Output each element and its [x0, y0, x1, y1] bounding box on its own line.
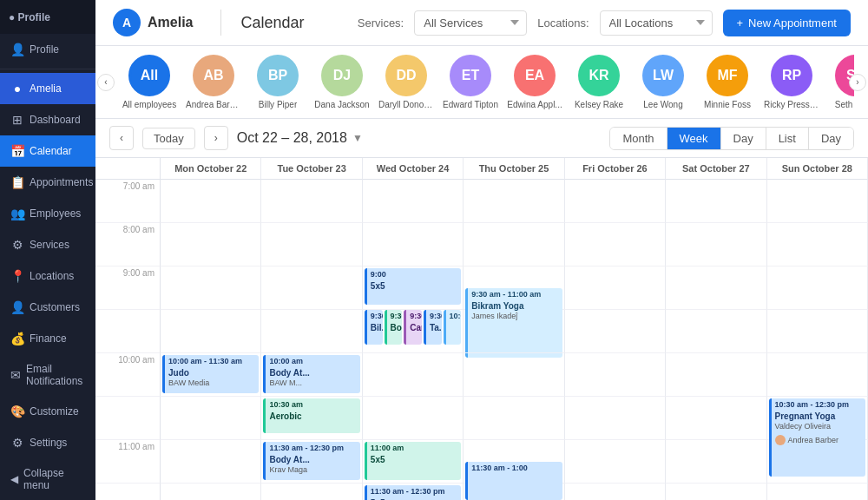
cell-thu-800[interactable]	[464, 223, 564, 266]
event-wed-1130[interactable]: 11:30 am - 12:30 pm 5x5 Group b...	[365, 485, 461, 500]
cell-thu-1100[interactable]: 11:30 am - 1:00	[464, 440, 564, 484]
event-wed-900[interactable]: 9:00 5x5	[365, 268, 461, 305]
cell-tue-900[interactable]	[261, 266, 362, 310]
sidebar-item-calendar[interactable]: 📅 Calendar	[0, 135, 95, 167]
employee-ricky[interactable]: RP Ricky Pressley	[766, 55, 818, 109]
cell-sun-1100[interactable]	[767, 440, 868, 484]
cell-mon-800[interactable]	[161, 223, 261, 266]
employee-all[interactable]: All All employees	[123, 55, 175, 109]
scroll-left-button[interactable]: ‹	[97, 74, 115, 91]
employee-edwina[interactable]: EA Edwina Appl...	[509, 55, 561, 109]
cell-fri-700[interactable]	[565, 180, 666, 223]
event-wed-930d[interactable]: 9:30 Ta...	[424, 310, 442, 345]
next-week-button[interactable]: ›	[204, 126, 228, 150]
event-mon-1000[interactable]: 10:00 am - 11:30 am Judo BAW Media	[162, 355, 259, 393]
cell-thu-700[interactable]	[464, 180, 564, 223]
cell-fri-900[interactable]	[565, 266, 666, 310]
cell-tue-1030[interactable]: 10:30 am Aerobic	[261, 397, 362, 440]
sidebar-item-email[interactable]: ✉ Email Notifications	[0, 354, 95, 396]
cell-wed-1130[interactable]: 11:30 am - 12:30 pm 5x5 Group b...	[363, 484, 464, 500]
cell-tue-1100[interactable]: 11:30 am - 12:30 pm Body At... Krav Maga	[261, 440, 362, 484]
sidebar-item-profile[interactable]: 👤 Profile	[0, 34, 95, 65]
cell-sat-1100[interactable]	[666, 440, 766, 484]
cell-sun-1030[interactable]: 10:30 am - 12:30 pm Pregnant Yoga Valdec…	[767, 397, 868, 440]
cell-wed-1100[interactable]: 11:00 am 5x5	[363, 440, 464, 484]
cell-sat-1130[interactable]	[666, 484, 766, 500]
cell-fri-1000[interactable]	[565, 353, 666, 397]
cell-thu-1030[interactable]	[464, 397, 564, 440]
sidebar-item-customize[interactable]: 🎨 Customize	[0, 396, 95, 427]
cell-sat-900[interactable]	[666, 266, 766, 310]
event-wed-1100[interactable]: 11:00 am 5x5	[365, 442, 461, 480]
cell-wed-800[interactable]	[363, 223, 464, 266]
cell-mon-1100[interactable]	[161, 440, 261, 484]
new-appointment-button[interactable]: + New Appointment	[723, 10, 852, 36]
employee-minnie[interactable]: MF Minnie Foss	[701, 55, 753, 109]
view-list-button[interactable]: List	[766, 128, 809, 149]
cell-mon-1130[interactable]	[161, 484, 261, 500]
cell-sat-1030[interactable]	[666, 397, 766, 440]
cell-fri-930[interactable]	[565, 310, 666, 353]
cell-fri-1100[interactable]	[565, 440, 666, 484]
cell-wed-900[interactable]: 9:00 5x5	[363, 266, 464, 310]
event-wed-930b[interactable]: 9:30 Bo...	[385, 310, 403, 345]
cell-sun-800[interactable]	[767, 223, 868, 266]
date-dropdown-icon[interactable]: ▼	[352, 132, 363, 144]
view-day-button[interactable]: Day	[721, 128, 766, 149]
sidebar-item-settings[interactable]: ⚙ Settings	[0, 427, 95, 458]
cell-wed-930[interactable]: 9:30 Bil... 9:30 Bo... 9:30 Car... 9:30 …	[363, 310, 464, 353]
employee-dana[interactable]: DJ Dana Jackson	[316, 55, 368, 109]
cell-tue-700[interactable]	[261, 180, 362, 223]
sidebar-item-services[interactable]: ⚙ Services	[0, 229, 95, 260]
today-button[interactable]: Today	[142, 128, 195, 149]
prev-week-button[interactable]: ‹	[109, 126, 134, 150]
event-tue-1000[interactable]: 10:00 am Body At... BAW M...	[263, 355, 359, 393]
cell-sun-700[interactable]	[767, 180, 868, 223]
cell-tue-1130[interactable]	[261, 484, 362, 500]
cell-thu-900[interactable]: 9:30 am - 11:00 am Bikram Yoga James Ika…	[464, 266, 564, 310]
locations-select[interactable]: All Locations	[600, 10, 713, 36]
cell-thu-1000[interactable]	[464, 353, 564, 397]
cell-sun-1130[interactable]	[767, 484, 868, 500]
cell-sat-700[interactable]	[666, 180, 766, 223]
sidebar-item-appointments[interactable]: 📋 Appointments	[0, 167, 95, 198]
cell-sun-900[interactable]	[767, 266, 868, 310]
cell-tue-800[interactable]	[261, 223, 362, 266]
cell-fri-800[interactable]	[565, 223, 666, 266]
scroll-right-button[interactable]: ›	[849, 74, 866, 91]
sidebar-item-customers[interactable]: 👤 Customers	[0, 292, 95, 323]
employee-andrea[interactable]: AB Andrea Barber	[187, 55, 240, 109]
employee-lee[interactable]: LW Lee Wong	[637, 55, 689, 109]
employee-edward[interactable]: ET Edward Tipton	[444, 55, 496, 109]
event-tue-1030[interactable]: 10:30 am Aerobic	[263, 398, 359, 433]
services-select[interactable]: All Services	[414, 10, 527, 36]
view-day2-button[interactable]: Day	[809, 128, 853, 149]
cell-wed-1000[interactable]	[363, 353, 464, 397]
event-wed-930a[interactable]: 9:30 Bil...	[365, 310, 383, 345]
employee-billy[interactable]: BP Billy Piper	[252, 55, 304, 109]
cell-sun-930[interactable]	[767, 310, 868, 353]
cell-fri-1130[interactable]	[565, 484, 666, 500]
employee-kelsey[interactable]: KR Kelsey Rake	[573, 55, 625, 109]
cell-wed-700[interactable]	[363, 180, 464, 223]
collapse-menu-button[interactable]: ◀ Collapse menu	[0, 458, 95, 500]
view-month-button[interactable]: Month	[610, 128, 667, 149]
cell-mon-1000[interactable]: 10:00 am - 11:30 am Judo BAW Media	[161, 353, 261, 397]
cell-sat-1000[interactable]	[666, 353, 766, 397]
cell-mon-700[interactable]	[161, 180, 261, 223]
event-wed-930e[interactable]: 10:0	[444, 310, 462, 345]
view-week-button[interactable]: Week	[667, 128, 721, 149]
employee-daryl[interactable]: DD Daryll Donov...	[380, 55, 432, 109]
sidebar-item-amelia[interactable]: ● Amelia	[0, 73, 95, 104]
event-wed-930c[interactable]: 9:30 Car...	[404, 310, 422, 345]
cell-sun-1000[interactable]	[767, 353, 868, 397]
cell-mon-900[interactable]	[161, 266, 261, 310]
cell-wed-1030[interactable]	[363, 397, 464, 440]
cell-mon-1030[interactable]	[161, 397, 261, 440]
cell-sat-800[interactable]	[666, 223, 766, 266]
cell-mon-930[interactable]	[161, 310, 261, 353]
cell-tue-930[interactable]	[261, 310, 362, 353]
cell-thu-930[interactable]	[464, 310, 564, 353]
sidebar-item-finance[interactable]: 💰 Finance	[0, 323, 95, 354]
cell-tue-1000[interactable]: 10:00 am Body At... BAW M...	[261, 353, 362, 397]
